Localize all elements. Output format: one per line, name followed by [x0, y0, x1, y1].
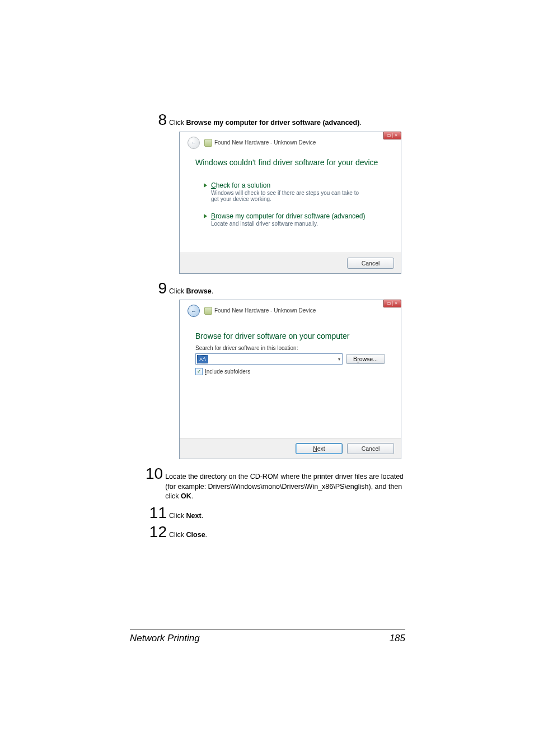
minimize-icon: ▭ — [386, 133, 393, 138]
chevron-down-icon: ▾ — [338, 357, 340, 362]
arrow-left-icon: ← — [191, 308, 196, 314]
footer-divider — [130, 629, 405, 629]
step-text-10: Locate the directory on the CD-ROM where… — [165, 469, 405, 502]
footer-page-number: 185 — [390, 633, 405, 644]
hardware-icon — [204, 139, 212, 147]
arrow-right-icon — [203, 213, 209, 219]
arrow-left-icon: ← — [191, 139, 196, 146]
step-text-9: Click Browse. — [169, 283, 213, 297]
step-number-8: 8 — [146, 112, 167, 128]
combo-value: A:\ — [197, 355, 208, 363]
include-subfolders-checkbox[interactable]: ✓ — [195, 368, 203, 375]
dialog2-title: Found New Hardware - Unknown Device — [214, 307, 316, 314]
back-button[interactable]: ← — [188, 305, 200, 317]
cancel-button[interactable]: Cancel — [347, 443, 394, 454]
include-subfolders-label: Include subfolders — [205, 368, 250, 375]
window-controls[interactable]: ▭× — [383, 300, 401, 307]
dialog1-heading: Windows couldn't find driver software fo… — [195, 158, 391, 167]
found-new-hardware-dialog-1: ▭× ← Found New Hardware - Unknown Device… — [179, 132, 401, 274]
step-text-8: Click Browse my computer for driver soft… — [169, 115, 362, 128]
step-number-9: 9 — [146, 281, 167, 296]
arrow-right-icon — [203, 183, 209, 188]
close-icon: × — [393, 301, 400, 306]
check-for-solution-option[interactable]: Check for a solution Windows will check … — [203, 181, 385, 202]
hardware-icon — [204, 307, 212, 315]
step-number-10: 10 — [146, 466, 163, 482]
browse-button[interactable]: Browse... — [346, 354, 385, 364]
browse-computer-option[interactable]: Browse my computer for driver software (… — [203, 212, 385, 227]
dialog2-heading: Browse for driver software on your compu… — [195, 332, 375, 340]
step-text-12: Click Close. — [169, 527, 207, 540]
cancel-button[interactable]: Cancel — [347, 258, 394, 269]
back-button[interactable]: ← — [188, 137, 200, 149]
found-new-hardware-dialog-2: ▭× ← Found New Hardware - Unknown Device… — [179, 300, 401, 459]
window-controls[interactable]: ▭× — [383, 132, 401, 139]
minimize-icon: ▭ — [386, 301, 393, 306]
next-button[interactable]: Next — [296, 443, 343, 454]
step-number-12: 12 — [146, 524, 167, 540]
footer-section-title: Network Printing — [130, 633, 200, 644]
close-icon: × — [393, 133, 400, 138]
step-text-11: Click Next. — [169, 508, 203, 521]
dialog1-title: Found New Hardware - Unknown Device — [214, 139, 316, 145]
search-location-label: Search for driver software in this locat… — [195, 345, 385, 351]
step-number-11: 11 — [146, 505, 167, 521]
search-location-combo[interactable]: A:\ ▾ — [195, 353, 343, 365]
